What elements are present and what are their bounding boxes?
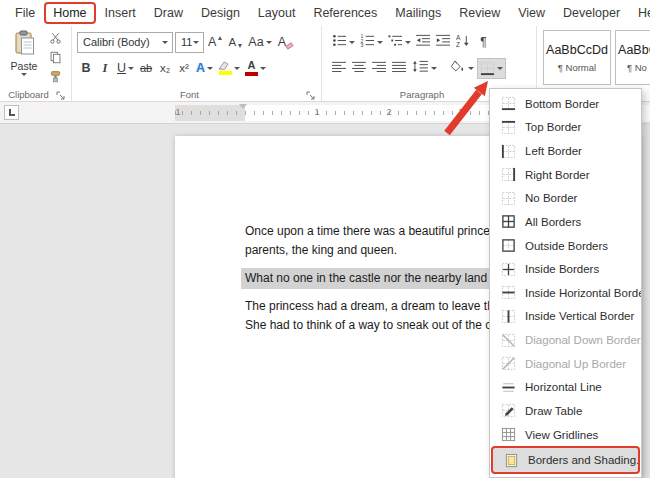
bottom-border-icon — [500, 96, 516, 112]
tab-help[interactable]: Help — [629, 2, 650, 24]
top-border-icon — [500, 119, 516, 135]
font-name-combo[interactable]: Calibri (Body) — [77, 32, 173, 53]
menu-item-label: Left Border — [525, 145, 582, 157]
format-painter-button[interactable] — [45, 70, 65, 86]
copy-button[interactable] — [45, 51, 65, 67]
superscript-button[interactable]: x² — [175, 58, 193, 79]
tab-stop-icon — [9, 109, 15, 116]
tab-developer[interactable]: Developer — [554, 2, 629, 24]
align-center-icon — [352, 61, 367, 76]
underline-button[interactable]: U — [115, 58, 136, 79]
menu-item-outside-borders[interactable]: Outside Borders — [490, 234, 641, 258]
font-size-caret — [193, 41, 199, 44]
line-spacing-button[interactable] — [410, 58, 439, 79]
font-color-button[interactable]: A — [243, 58, 268, 79]
draw-table-icon — [500, 403, 516, 419]
style-card-normal[interactable]: AaBbCcDd ¶ Normal — [543, 30, 611, 85]
style-sample: AaBbCcDd — [546, 43, 608, 57]
justify-button[interactable] — [390, 58, 409, 79]
font-name-caret — [162, 41, 168, 44]
text-effects-caret — [207, 67, 213, 70]
indent-marker[interactable] — [239, 104, 247, 113]
clipboard-group-label: Clipboard — [0, 89, 57, 100]
menu-item-draw-table[interactable]: Draw Table — [490, 399, 641, 423]
menu-item-horizontal-line[interactable]: Horizontal Line — [490, 376, 641, 400]
tab-insert[interactable]: Insert — [96, 2, 145, 24]
increase-indent-button[interactable] — [434, 32, 453, 53]
clear-formatting-button[interactable]: A — [276, 32, 295, 53]
change-case-glyph: Aa — [248, 35, 263, 49]
tab-draw[interactable]: Draw — [145, 2, 192, 24]
font-color-caret — [260, 67, 266, 70]
font-size-value: 11 — [181, 36, 192, 48]
menu-item-no-border[interactable]: No Border — [490, 187, 641, 211]
menu-item-inside-horizontal-border[interactable]: Inside Horizontal Border — [490, 281, 641, 305]
grow-font-arrow-icon — [218, 36, 222, 40]
menu-item-top-border[interactable]: Top Border — [490, 116, 641, 140]
diagonal-up-border-icon — [500, 356, 516, 372]
font-size-combo[interactable]: 11 — [175, 32, 204, 53]
align-left-button[interactable] — [330, 58, 349, 79]
cut-button[interactable] — [45, 32, 65, 48]
numbering-button[interactable]: 123 — [358, 32, 385, 53]
menu-item-borders-and-shading[interactable]: Borders and Shading... — [491, 446, 640, 474]
grow-font-button[interactable]: A — [206, 32, 224, 53]
font-dialog-launcher[interactable] — [306, 87, 317, 98]
tab-review[interactable]: Review — [450, 2, 509, 24]
pilcrow-glyph: ¶ — [480, 35, 486, 49]
multilevel-list-button[interactable] — [386, 32, 413, 53]
tab-home[interactable]: Home — [44, 2, 95, 24]
menu-item-inside-borders[interactable]: Inside Borders — [490, 257, 641, 281]
tab-references[interactable]: References — [304, 2, 386, 24]
text-effects-button[interactable]: A — [194, 58, 215, 79]
shading-button[interactable] — [448, 58, 476, 79]
tab-mailings[interactable]: Mailings — [386, 2, 450, 24]
shrink-font-arrow-icon — [238, 44, 242, 48]
menu-item-all-borders[interactable]: All Borders — [490, 210, 641, 234]
bullets-button[interactable] — [330, 32, 357, 53]
style-card-no-spacing[interactable]: AaBbCcDd ¶ No Spac — [615, 30, 650, 85]
menu-item-view-gridlines[interactable]: View Gridlines — [490, 423, 641, 447]
tab-file[interactable]: File — [6, 2, 44, 24]
subscript-button[interactable]: x₂ — [156, 58, 174, 79]
justify-icon — [392, 61, 407, 76]
paste-button[interactable]: Paste — [6, 30, 42, 86]
menu-item-left-border[interactable]: Left Border — [490, 139, 641, 163]
tab-layout[interactable]: Layout — [249, 2, 305, 24]
text-highlight-button[interactable] — [216, 58, 242, 79]
menu-item-label: Inside Vertical Border — [525, 310, 634, 322]
menu-item-bottom-border[interactable]: Bottom Border — [490, 92, 641, 116]
ruler-number: 1 — [314, 107, 319, 117]
font-name-value: Calibri (Body) — [83, 36, 150, 48]
font-color-icon: A — [245, 60, 258, 76]
word-window: File Home Insert Draw Design Layout Refe… — [0, 0, 650, 478]
decrease-indent-button[interactable] — [414, 32, 433, 53]
sort-button[interactable]: AZ — [454, 32, 473, 53]
shrink-font-button[interactable]: A — [226, 32, 244, 53]
shading-bucket-icon — [450, 60, 466, 76]
menu-item-inside-vertical-border[interactable]: Inside Vertical Border — [490, 305, 641, 329]
tab-view[interactable]: View — [509, 2, 554, 24]
tab-design[interactable]: Design — [192, 2, 249, 24]
borders-button[interactable] — [477, 58, 506, 79]
svg-text:A: A — [456, 34, 461, 41]
align-center-button[interactable] — [350, 58, 369, 79]
ruler-number: 1 — [175, 107, 180, 117]
menu-item-label: Borders and Shading... — [528, 454, 640, 466]
show-hide-marks-button[interactable]: ¶ — [474, 32, 493, 53]
bold-button[interactable]: B — [77, 58, 95, 79]
strikethrough-button[interactable]: ab — [137, 58, 155, 79]
grow-font-glyph: A — [208, 35, 216, 49]
paste-icon — [13, 30, 35, 59]
style-name: ¶ No Spac — [627, 62, 650, 73]
change-case-button[interactable]: Aa — [246, 32, 273, 53]
tab-stop-selector[interactable] — [4, 105, 19, 120]
menu-item-right-border[interactable]: Right Border — [490, 163, 641, 187]
menu-item-label: Outside Borders — [525, 240, 608, 252]
align-right-button[interactable] — [370, 58, 389, 79]
copy-icon — [49, 50, 62, 68]
italic-button[interactable]: I — [96, 58, 114, 79]
clipboard-dialog-launcher[interactable] — [56, 87, 67, 98]
menu-item-label: Diagonal Down Border — [525, 334, 641, 346]
multilevel-list-caret — [405, 41, 411, 44]
